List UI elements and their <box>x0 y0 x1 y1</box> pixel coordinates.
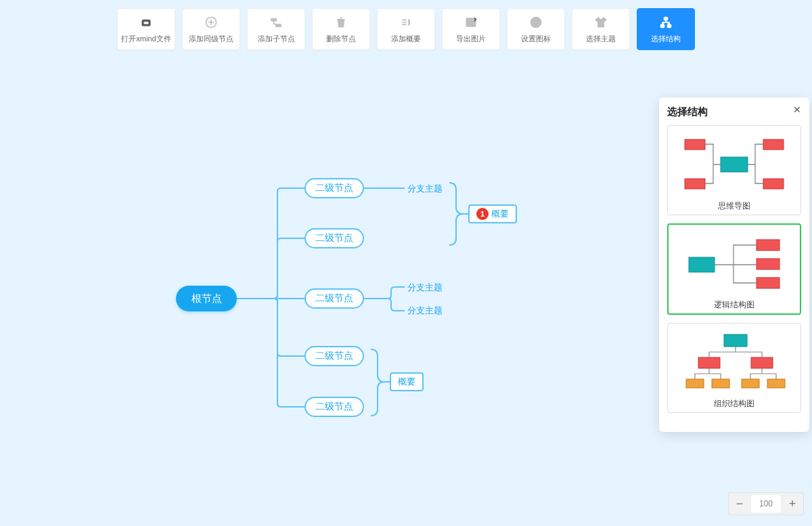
branch-topic[interactable]: 分支主题 <box>407 282 443 294</box>
svg-rect-20 <box>757 278 780 288</box>
node-label: 二级节点 <box>315 401 353 413</box>
summary-node[interactable]: 概要 <box>390 372 424 391</box>
svg-rect-17 <box>689 257 715 272</box>
zoom-control: − + <box>728 492 804 515</box>
node-label: 二级节点 <box>315 292 353 305</box>
svg-rect-15 <box>763 139 784 150</box>
summary-label: 概要 <box>398 376 415 388</box>
svg-rect-19 <box>757 259 780 269</box>
root-label: 根节点 <box>191 292 222 305</box>
panel-title: 选择结构 <box>667 106 801 118</box>
branch-topic[interactable]: 分支主题 <box>407 305 443 317</box>
summary-label: 概要 <box>491 208 509 220</box>
node-label: 二级节点 <box>315 350 353 362</box>
structure-panel: 选择结构 ✕ 思维导图 逻辑结构图 <box>659 97 809 432</box>
level2-node[interactable]: 二级节点 <box>304 346 364 366</box>
structure-option-label: 组织结构图 <box>672 398 796 410</box>
svg-rect-13 <box>685 139 705 150</box>
logic-thumb-icon <box>677 230 792 295</box>
structure-option-org[interactable]: 组织结构图 <box>667 323 801 413</box>
zoom-in-button[interactable]: + <box>781 492 804 515</box>
level2-node[interactable]: 二级节点 <box>304 178 364 198</box>
svg-rect-26 <box>742 379 759 388</box>
structure-option-mindmap[interactable]: 思维导图 <box>667 125 801 215</box>
zoom-value-input[interactable] <box>751 495 781 512</box>
svg-rect-24 <box>686 379 704 388</box>
svg-rect-23 <box>751 357 773 368</box>
structure-option-label: 逻辑结构图 <box>673 299 796 311</box>
branch-label: 分支主题 <box>407 305 443 317</box>
summary-badge: 1 <box>476 208 489 220</box>
level2-node[interactable]: 二级节点 <box>304 288 364 309</box>
branch-label: 分支主题 <box>407 282 443 294</box>
svg-rect-22 <box>698 357 720 368</box>
zoom-out-button[interactable]: − <box>728 492 751 515</box>
org-thumb-icon <box>677 329 792 394</box>
node-label: 二级节点 <box>315 182 353 194</box>
root-node[interactable]: 根节点 <box>176 286 237 311</box>
branch-topic[interactable]: 分支主题 <box>407 183 443 195</box>
mindmap-thumb-icon <box>677 131 792 196</box>
level2-node[interactable]: 二级节点 <box>304 397 364 417</box>
branch-label: 分支主题 <box>407 183 443 195</box>
svg-rect-16 <box>763 179 784 189</box>
node-label: 二级节点 <box>315 232 353 244</box>
svg-rect-14 <box>685 179 705 189</box>
svg-rect-21 <box>724 334 747 347</box>
close-icon[interactable]: ✕ <box>793 104 801 115</box>
summary-node[interactable]: 1 概要 <box>468 204 517 223</box>
structure-option-logic[interactable]: 逻辑结构图 <box>667 223 801 315</box>
svg-rect-25 <box>712 379 729 388</box>
svg-rect-18 <box>757 240 780 250</box>
svg-rect-12 <box>721 157 748 172</box>
structure-option-label: 思维导图 <box>672 200 796 212</box>
svg-rect-27 <box>767 379 785 388</box>
level2-node[interactable]: 二级节点 <box>304 228 364 248</box>
